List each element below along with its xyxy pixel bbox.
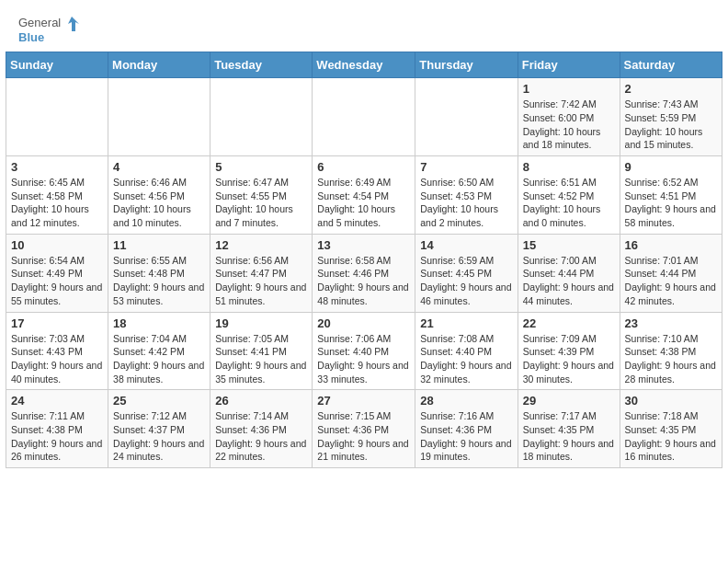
day-content: Sunrise: 7:03 AM Sunset: 4:43 PM Dayligh…	[11, 332, 103, 386]
calendar-cell: 10Sunrise: 6:54 AM Sunset: 4:49 PM Dayli…	[6, 234, 108, 312]
calendar-cell: 3Sunrise: 6:45 AM Sunset: 4:58 PM Daylig…	[6, 156, 108, 235]
calendar-week-row: 10Sunrise: 6:54 AM Sunset: 4:49 PM Dayli…	[6, 234, 722, 312]
day-number: 13	[317, 238, 410, 252]
calendar-cell: 30Sunrise: 7:18 AM Sunset: 4:35 PM Dayli…	[620, 390, 722, 468]
calendar-cell	[108, 78, 210, 156]
day-content: Sunrise: 6:45 AM Sunset: 4:58 PM Dayligh…	[11, 176, 103, 230]
day-content: Sunrise: 7:09 AM Sunset: 4:39 PM Dayligh…	[523, 332, 615, 386]
day-content: Sunrise: 6:58 AM Sunset: 4:46 PM Dayligh…	[317, 254, 410, 308]
header: General Blue	[0, 0, 728, 52]
weekday-header-friday: Friday	[518, 52, 620, 78]
calendar-cell: 26Sunrise: 7:14 AM Sunset: 4:36 PM Dayli…	[210, 390, 313, 468]
calendar-cell: 9Sunrise: 6:52 AM Sunset: 4:51 PM Daylig…	[620, 156, 722, 235]
day-content: Sunrise: 7:11 AM Sunset: 4:38 PM Dayligh…	[11, 409, 103, 464]
day-content: Sunrise: 7:00 AM Sunset: 4:44 PM Dayligh…	[523, 254, 615, 308]
weekday-header-monday: Monday	[108, 52, 210, 78]
day-content: Sunrise: 7:06 AM Sunset: 4:40 PM Dayligh…	[317, 332, 410, 386]
day-number: 22	[523, 316, 615, 330]
logo-general-text: General	[18, 17, 61, 29]
calendar-cell: 5Sunrise: 6:47 AM Sunset: 4:55 PM Daylig…	[210, 156, 313, 235]
day-content: Sunrise: 7:16 AM Sunset: 4:36 PM Dayligh…	[420, 409, 512, 464]
day-number: 21	[420, 316, 512, 330]
day-number: 9	[625, 160, 717, 174]
day-number: 5	[215, 160, 307, 174]
calendar-week-row: 24Sunrise: 7:11 AM Sunset: 4:38 PM Dayli…	[6, 390, 722, 468]
calendar-cell: 20Sunrise: 7:06 AM Sunset: 4:40 PM Dayli…	[313, 312, 415, 390]
calendar-table: SundayMondayTuesdayWednesdayThursdayFrid…	[6, 52, 722, 468]
day-number: 12	[215, 238, 307, 252]
day-number: 18	[113, 316, 205, 330]
day-number: 15	[523, 238, 615, 252]
day-number: 11	[113, 238, 205, 252]
day-content: Sunrise: 7:08 AM Sunset: 4:40 PM Dayligh…	[420, 332, 512, 386]
day-content: Sunrise: 7:18 AM Sunset: 4:35 PM Dayligh…	[625, 409, 717, 464]
day-content: Sunrise: 7:10 AM Sunset: 4:38 PM Dayligh…	[625, 332, 717, 386]
weekday-header-row: SundayMondayTuesdayWednesdayThursdayFrid…	[6, 52, 722, 78]
day-content: Sunrise: 7:14 AM Sunset: 4:36 PM Dayligh…	[215, 409, 307, 464]
day-content: Sunrise: 6:54 AM Sunset: 4:49 PM Dayligh…	[11, 254, 103, 308]
calendar-wrapper: SundayMondayTuesdayWednesdayThursdayFrid…	[0, 52, 728, 474]
day-number: 19	[215, 316, 307, 330]
day-content: Sunrise: 7:42 AM Sunset: 6:00 PM Dayligh…	[523, 98, 615, 152]
day-number: 6	[317, 160, 410, 174]
day-content: Sunrise: 6:50 AM Sunset: 4:53 PM Dayligh…	[420, 176, 512, 230]
calendar-cell	[6, 78, 108, 156]
day-content: Sunrise: 6:47 AM Sunset: 4:55 PM Dayligh…	[215, 176, 307, 230]
day-content: Sunrise: 6:59 AM Sunset: 4:45 PM Dayligh…	[420, 254, 512, 308]
logo-arrow-icon	[63, 15, 79, 31]
day-number: 3	[11, 160, 103, 174]
logo-blue-text: Blue	[18, 31, 79, 44]
day-content: Sunrise: 7:17 AM Sunset: 4:35 PM Dayligh…	[523, 409, 615, 464]
calendar-cell: 29Sunrise: 7:17 AM Sunset: 4:35 PM Dayli…	[518, 390, 620, 468]
calendar-week-row: 3Sunrise: 6:45 AM Sunset: 4:58 PM Daylig…	[6, 156, 722, 235]
day-content: Sunrise: 7:43 AM Sunset: 5:59 PM Dayligh…	[625, 98, 717, 152]
day-content: Sunrise: 7:12 AM Sunset: 4:37 PM Dayligh…	[113, 409, 205, 464]
calendar-cell: 1Sunrise: 7:42 AM Sunset: 6:00 PM Daylig…	[518, 78, 620, 156]
calendar-cell: 24Sunrise: 7:11 AM Sunset: 4:38 PM Dayli…	[6, 390, 108, 468]
calendar-cell: 6Sunrise: 6:49 AM Sunset: 4:54 PM Daylig…	[313, 156, 415, 235]
weekday-header-wednesday: Wednesday	[313, 52, 415, 78]
day-number: 4	[113, 160, 205, 174]
day-number: 28	[420, 394, 512, 408]
calendar-cell: 25Sunrise: 7:12 AM Sunset: 4:37 PM Dayli…	[108, 390, 210, 468]
day-number: 16	[625, 238, 717, 252]
day-content: Sunrise: 6:56 AM Sunset: 4:47 PM Dayligh…	[215, 254, 307, 308]
day-number: 26	[215, 394, 307, 408]
day-number: 25	[113, 394, 205, 408]
day-number: 23	[625, 316, 717, 330]
logo-container: General Blue	[18, 15, 79, 44]
calendar-cell: 21Sunrise: 7:08 AM Sunset: 4:40 PM Dayli…	[415, 312, 518, 390]
calendar-cell	[415, 78, 518, 156]
calendar-cell: 17Sunrise: 7:03 AM Sunset: 4:43 PM Dayli…	[6, 312, 108, 390]
calendar-cell	[313, 78, 415, 156]
calendar-cell: 13Sunrise: 6:58 AM Sunset: 4:46 PM Dayli…	[313, 234, 415, 312]
calendar-header: SundayMondayTuesdayWednesdayThursdayFrid…	[6, 52, 722, 78]
calendar-cell: 18Sunrise: 7:04 AM Sunset: 4:42 PM Dayli…	[108, 312, 210, 390]
calendar-cell: 16Sunrise: 7:01 AM Sunset: 4:44 PM Dayli…	[620, 234, 722, 312]
calendar-cell: 19Sunrise: 7:05 AM Sunset: 4:41 PM Dayli…	[210, 312, 313, 390]
day-content: Sunrise: 6:51 AM Sunset: 4:52 PM Dayligh…	[523, 176, 615, 230]
calendar-cell: 4Sunrise: 6:46 AM Sunset: 4:56 PM Daylig…	[108, 156, 210, 235]
calendar-week-row: 17Sunrise: 7:03 AM Sunset: 4:43 PM Dayli…	[6, 312, 722, 390]
calendar-cell: 11Sunrise: 6:55 AM Sunset: 4:48 PM Dayli…	[108, 234, 210, 312]
day-content: Sunrise: 7:01 AM Sunset: 4:44 PM Dayligh…	[625, 254, 717, 308]
weekday-header-saturday: Saturday	[620, 52, 722, 78]
calendar-cell: 14Sunrise: 6:59 AM Sunset: 4:45 PM Dayli…	[415, 234, 518, 312]
calendar-body: 1Sunrise: 7:42 AM Sunset: 6:00 PM Daylig…	[6, 78, 722, 468]
day-number: 1	[523, 82, 615, 96]
day-number: 27	[317, 394, 410, 408]
day-number: 10	[11, 238, 103, 252]
weekday-header-sunday: Sunday	[6, 52, 108, 78]
day-number: 24	[11, 394, 103, 408]
calendar-cell: 8Sunrise: 6:51 AM Sunset: 4:52 PM Daylig…	[518, 156, 620, 235]
logo: General Blue	[18, 15, 79, 44]
day-content: Sunrise: 6:49 AM Sunset: 4:54 PM Dayligh…	[317, 176, 410, 230]
day-content: Sunrise: 6:55 AM Sunset: 4:48 PM Dayligh…	[113, 254, 205, 308]
calendar-cell: 28Sunrise: 7:16 AM Sunset: 4:36 PM Dayli…	[415, 390, 518, 468]
calendar-cell: 15Sunrise: 7:00 AM Sunset: 4:44 PM Dayli…	[518, 234, 620, 312]
day-number: 7	[420, 160, 512, 174]
calendar-week-row: 1Sunrise: 7:42 AM Sunset: 6:00 PM Daylig…	[6, 78, 722, 156]
svg-marker-0	[68, 17, 79, 31]
day-number: 17	[11, 316, 103, 330]
day-content: Sunrise: 7:04 AM Sunset: 4:42 PM Dayligh…	[113, 332, 205, 386]
